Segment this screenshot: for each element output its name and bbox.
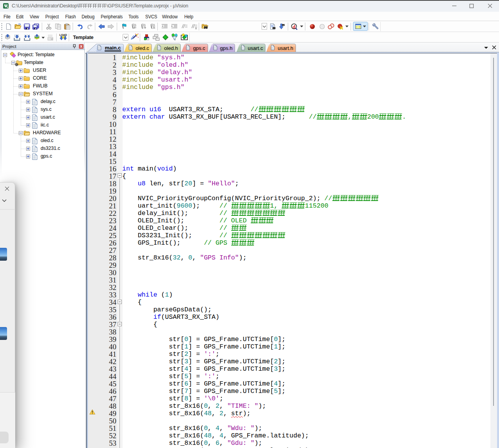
svg-text:s: s [7, 6, 9, 9]
svg-text:usart.c: usart.c [248, 45, 263, 51]
svg-text:main.c: main.c [105, 45, 121, 51]
svg-text:oled.h: oled.h [164, 45, 178, 51]
svg-text:oled.c: oled.c [135, 45, 149, 51]
svg-text:d: d [292, 24, 296, 30]
svg-text:gps.h: gps.h [220, 45, 233, 51]
svg-text:usart.h: usart.h [278, 45, 293, 51]
svg-text:gps.c: gps.c [193, 45, 205, 51]
